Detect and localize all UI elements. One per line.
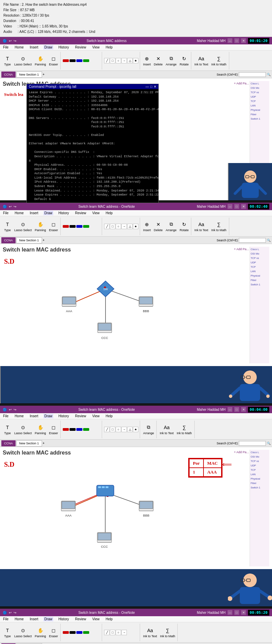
rsp-cisco-3[interactable]: Cisco L xyxy=(251,450,269,454)
menu-draw-1[interactable]: Draw xyxy=(43,45,53,49)
add-section-btn-1[interactable]: + xyxy=(43,73,45,76)
type-btn-2[interactable]: T Type xyxy=(3,220,12,233)
ink-text-btn-3[interactable]: Aa Ink to Text xyxy=(159,423,175,436)
pen-black-1[interactable] xyxy=(70,59,76,62)
add-section-btn-2[interactable]: + xyxy=(43,238,45,242)
ink-text-btn-1[interactable]: Aa Ink to Text xyxy=(193,55,209,67)
cmd-min-1[interactable]: — xyxy=(145,85,149,88)
pen-green-1[interactable] xyxy=(83,59,89,62)
rsp-udp-1[interactable]: UDP xyxy=(251,95,269,99)
lasso-btn-3[interactable]: ⊙ Lasso Select xyxy=(13,423,33,436)
panning-btn-4[interactable]: ✋ Panning xyxy=(34,626,47,639)
menu-help-2[interactable]: Help xyxy=(105,211,114,215)
minimize-btn-2[interactable]: — xyxy=(228,204,232,209)
rsp-lan-3[interactable]: LAN xyxy=(251,472,269,476)
rsp-physical-2[interactable]: Physical xyxy=(251,274,269,278)
arrange-btn-2[interactable]: ⧉ Arrange xyxy=(165,220,178,233)
shape-arrow-2[interactable]: → xyxy=(121,224,127,229)
search-icon-1[interactable]: 🔍 xyxy=(267,73,271,76)
shape-line-2[interactable]: ╱ xyxy=(104,224,110,229)
type-btn-3[interactable]: T Type xyxy=(3,423,12,436)
shape-rect-2[interactable]: □ xyxy=(110,224,115,229)
rsp-switch1-3[interactable]: Switch 1 xyxy=(251,486,269,489)
pen-green-2[interactable] xyxy=(83,225,89,228)
menu-history-4[interactable]: History xyxy=(57,617,70,621)
undo-btn-3[interactable]: ↩ xyxy=(9,408,12,411)
rsp-tcp-2[interactable]: TCP xyxy=(251,265,269,269)
redo-btn-2[interactable]: ↪ xyxy=(14,205,16,208)
section-tab-3[interactable]: New Section 1 xyxy=(16,440,42,446)
menu-review-1[interactable]: Review xyxy=(74,45,87,49)
cmd-max-1[interactable]: □ xyxy=(150,85,152,88)
menu-view-2[interactable]: View xyxy=(91,211,101,215)
menu-review-3[interactable]: Review xyxy=(74,414,87,418)
rsp-osi-2[interactable]: OSI Mo xyxy=(251,252,269,256)
arrange-btn-3[interactable]: ⧉ Arrange xyxy=(142,423,155,436)
add-page-btn-3[interactable]: + Add Pa... xyxy=(233,450,250,455)
section-tab-1[interactable]: New Section 1 xyxy=(16,72,42,78)
menu-view-3[interactable]: View xyxy=(91,414,101,418)
shape-circle-3[interactable]: ○ xyxy=(116,427,121,432)
menu-draw-4[interactable]: Draw xyxy=(43,617,53,621)
rsp-physical-3[interactable]: Physical xyxy=(251,477,269,481)
shape-rect-4[interactable]: □ xyxy=(110,630,115,635)
ink-text-btn-2[interactable]: Aa Ink to Text xyxy=(193,220,209,233)
rsp-tcpvs-1[interactable]: TCP vs xyxy=(251,90,269,94)
pen-green-3[interactable] xyxy=(83,428,89,431)
rsp-udp-3[interactable]: UDP xyxy=(251,464,269,467)
shape-arrow-1[interactable]: → xyxy=(121,58,127,63)
close-btn-2[interactable]: ✕ xyxy=(241,204,246,209)
pen-red-2[interactable] xyxy=(63,225,69,228)
pen-blue-3[interactable] xyxy=(76,428,82,431)
menu-history-2[interactable]: History xyxy=(57,211,70,215)
menu-review-4[interactable]: Review xyxy=(74,617,87,621)
panning-btn-3[interactable]: ✋ Panning xyxy=(34,423,47,436)
minimize-btn-4[interactable]: — xyxy=(228,610,232,615)
pen-black-4[interactable] xyxy=(70,631,76,634)
add-page-btn-1[interactable]: + Add Pa... xyxy=(233,81,250,86)
ink-text-btn-4[interactable]: Aa Ink to Text xyxy=(142,626,158,639)
ccna-tab-3[interactable]: CCNA xyxy=(1,440,16,446)
rotate-btn-2[interactable]: ↻ Rotate xyxy=(179,220,190,233)
shape-tri-1[interactable]: △ xyxy=(127,58,133,63)
shape-line-4[interactable]: ╱ xyxy=(104,630,110,635)
undo-btn-2[interactable]: ↩ xyxy=(9,205,12,208)
redo-btn-4[interactable]: ↪ xyxy=(14,611,16,615)
rsp-tcp-3[interactable]: TCP xyxy=(251,468,269,472)
rsp-tcpvs-2[interactable]: TCP vs xyxy=(251,256,269,260)
maximize-btn-3[interactable]: □ xyxy=(234,407,239,412)
menu-file-1[interactable]: File xyxy=(2,45,9,49)
rsp-cisco-2[interactable]: Cisco L xyxy=(251,247,269,251)
add-section-btn-3[interactable]: + xyxy=(43,441,45,445)
lasso-btn-2[interactable]: ⊙ Lasso Select xyxy=(13,220,33,233)
rsp-osi-3[interactable]: OSI Mo xyxy=(251,455,269,459)
close-btn-1[interactable]: ✕ xyxy=(241,38,246,43)
section-tab-2[interactable]: New Section 1 xyxy=(16,237,42,243)
maximize-btn-4[interactable]: □ xyxy=(234,610,239,615)
undo-btn-1[interactable]: ↩ xyxy=(9,39,12,43)
insert-space-btn-2[interactable]: ⊕ Insert xyxy=(142,220,152,233)
shape-tri-3[interactable]: △ xyxy=(127,427,133,432)
shape-star-2[interactable]: ★ xyxy=(133,224,138,229)
minimize-btn-3[interactable]: — xyxy=(228,407,232,412)
menu-insert-2[interactable]: Insert xyxy=(29,211,39,215)
pen-blue-2[interactable] xyxy=(76,225,82,228)
shape-star-1[interactable]: ★ xyxy=(133,58,138,63)
menu-help-4[interactable]: Help xyxy=(105,617,114,621)
lasso-btn-4[interactable]: ⊙ Lasso Select xyxy=(13,626,33,639)
delete-btn-2[interactable]: ✕ Delete xyxy=(153,220,164,233)
arrange-btn-1[interactable]: ⧉ Arrange xyxy=(165,55,178,67)
pen-blue-4[interactable] xyxy=(76,631,82,634)
add-page-btn-2[interactable]: + Add Pa... xyxy=(233,247,250,251)
menu-insert-3[interactable]: Insert xyxy=(29,414,39,418)
pen-blue-1[interactable] xyxy=(76,59,82,62)
close-btn-3[interactable]: ✕ xyxy=(241,407,246,412)
shape-arrow-3[interactable]: → xyxy=(121,427,127,432)
ccna-tab-1[interactable]: CCNA xyxy=(1,72,16,78)
menu-home-4[interactable]: Home xyxy=(14,617,25,621)
shape-circle-2[interactable]: ○ xyxy=(116,224,121,229)
menu-review-2[interactable]: Review xyxy=(74,211,87,215)
search-icon-3[interactable]: 🔍 xyxy=(267,442,271,445)
rsp-switch1-2[interactable]: Switch 1 xyxy=(251,283,269,286)
maximize-btn-1[interactable]: □ xyxy=(234,38,239,43)
